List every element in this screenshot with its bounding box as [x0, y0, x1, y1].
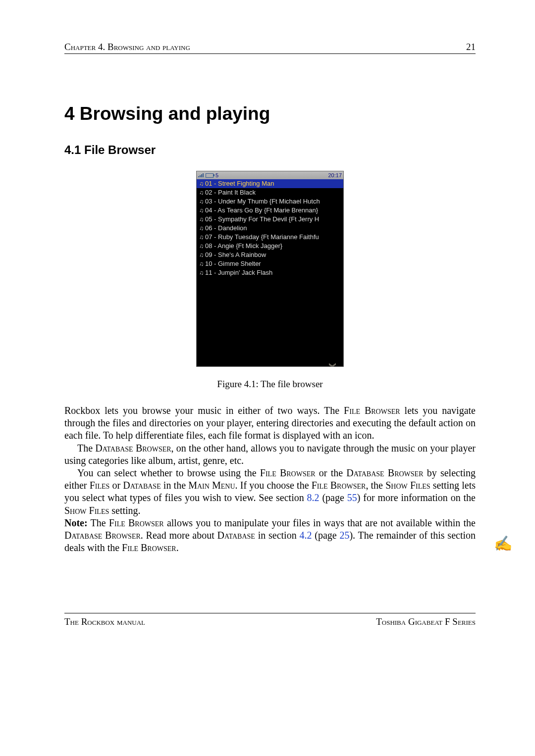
file-row-label: 06 - Dandelion: [205, 224, 247, 232]
footer-right: Toshiba Gigabeat F Series: [376, 616, 476, 627]
file-row: ♫07 - Ruby Tuesday {Ft Marianne Faithfu: [197, 233, 343, 242]
xref-link-8-2[interactable]: 8.2: [307, 492, 320, 503]
running-head: Chapter 4. Browsing and playing 21: [64, 42, 476, 54]
running-head-left: Chapter 4. Browsing and playing: [64, 42, 190, 52]
file-row-label: 11 - Jumpin' Jack Flash: [205, 269, 272, 276]
file-row: ♫06 - Dandelion: [197, 224, 343, 233]
paragraph-2: The Database Browser, on the other hand,…: [64, 442, 476, 467]
chapter-number: 4: [64, 103, 75, 124]
section-name: File Browser: [84, 143, 156, 156]
footer: The Rockbox manual Toshiba Gigabeat F Se…: [64, 613, 476, 627]
footer-left: The Rockbox manual: [64, 616, 145, 627]
music-note-icon: ♫: [199, 188, 204, 197]
file-row: ♫08 - Angie {Ft Mick Jagger}: [197, 242, 343, 251]
page-link-25[interactable]: 25: [339, 530, 349, 541]
music-note-icon: ♫: [199, 259, 204, 268]
file-browser-screenshot: 5 20:17 ♫01 - Street Fighting Man♫02 - P…: [196, 171, 344, 367]
rockbox-logo: ROCKbox: [324, 363, 339, 367]
file-row: ♫01 - Street Fighting Man: [197, 179, 343, 188]
figure: 5 20:17 ♫01 - Street Fighting Man♫02 - P…: [64, 171, 476, 390]
file-row-label: 04 - As Tears Go By {Ft Marie Brennan}: [205, 206, 318, 214]
music-note-icon: ♫: [199, 179, 204, 188]
note-label: Note:: [64, 517, 88, 528]
music-note-icon: ♫: [199, 251, 204, 259]
file-row: ♫03 - Under My Thumb {Ft Michael Hutch: [197, 197, 343, 206]
battery-icon: [206, 173, 214, 178]
figure-caption: Figure 4.1: The file browser: [64, 379, 476, 390]
status-bar: 5 20:17: [197, 171, 343, 179]
margin-note-icon: ✍: [494, 535, 512, 552]
file-row-label: 03 - Under My Thumb {Ft Michael Hutch: [205, 198, 320, 205]
xref-link-4-2[interactable]: 4.2: [299, 530, 312, 541]
file-row-label: 02 - Paint It Black: [205, 189, 256, 196]
file-row: ♫09 - She's A Rainbow: [197, 251, 343, 259]
status-volume: 5: [215, 172, 218, 178]
music-note-icon: ♫: [199, 224, 204, 233]
page-number: 21: [466, 42, 476, 52]
music-note-icon: ♫: [199, 242, 204, 251]
music-note-icon: ♫: [199, 268, 204, 277]
file-row-label: 07 - Ruby Tuesday {Ft Marianne Faithfu: [205, 233, 319, 241]
page-link-55[interactable]: 55: [347, 492, 357, 503]
file-row: ♫02 - Paint It Black: [197, 188, 343, 197]
file-row: ♫10 - Gimme Shelter: [197, 259, 343, 268]
file-row-label: 05 - Sympathy For The Devil {Ft Jerry H: [205, 215, 319, 223]
section-title: 4.1 File Browser: [64, 143, 476, 157]
file-row-label: 08 - Angie {Ft Mick Jagger}: [205, 242, 282, 250]
body-text: Rockbox lets you browse your music in ei…: [64, 404, 476, 554]
file-row-label: 10 - Gimme Shelter: [205, 260, 261, 267]
file-row-label: 09 - She's A Rainbow: [205, 251, 266, 258]
music-note-icon: ♫: [199, 197, 204, 206]
music-note-icon: ♫: [199, 206, 204, 215]
paragraph-note: Note: The File Browser allows you to man…: [64, 517, 476, 554]
music-note-icon: ♫: [199, 233, 204, 242]
file-row: ♫05 - Sympathy For The Devil {Ft Jerry H: [197, 215, 343, 224]
file-row-label: 01 - Street Fighting Man: [205, 180, 274, 187]
status-clock: 20:17: [328, 172, 342, 178]
section-number: 4.1: [64, 143, 81, 156]
file-row: ♫04 - As Tears Go By {Ft Marie Brennan}: [197, 206, 343, 215]
file-row: ♫11 - Jumpin' Jack Flash: [197, 268, 343, 277]
paragraph-1: Rockbox lets you browse your music in ei…: [64, 404, 476, 442]
chapter-title: 4 Browsing and playing: [64, 103, 476, 124]
signal-icon: [198, 173, 204, 177]
music-note-icon: ♫: [199, 215, 204, 224]
paragraph-3: You can select whether to browse using t…: [64, 467, 476, 517]
chapter-name: Browsing and playing: [80, 103, 270, 124]
